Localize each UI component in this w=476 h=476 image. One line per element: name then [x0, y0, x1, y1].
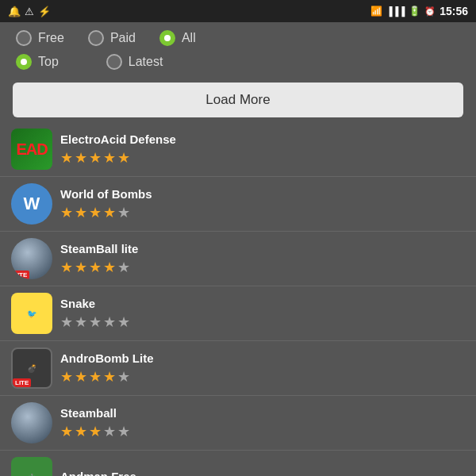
app-list-item[interactable]: WWorld of Bombs★★★★★ — [0, 177, 476, 232]
star-icon: ★ — [103, 423, 116, 440]
app-icon: 💣LITE — [11, 347, 52, 389]
app-info: SteamBall lite★★★★★ — [60, 242, 465, 276]
star-icon: ★ — [60, 423, 73, 440]
radio-all[interactable] — [159, 30, 175, 46]
star-icon: ★ — [103, 313, 116, 331]
star-icon: ★ — [75, 313, 87, 331]
star-icon: ★ — [75, 204, 87, 221]
app-name: Snake — [60, 297, 465, 310]
right-status-icons: 📶 ▐▐▐ 🔋 ⏰ 15:56 — [370, 5, 468, 17]
usb-icon: ⚡ — [38, 6, 51, 17]
app-info: World of Bombs★★★★★ — [60, 187, 465, 221]
load-more-button[interactable]: Load More — [13, 83, 463, 117]
battery-icon: 🔋 — [409, 6, 420, 17]
app-info: Andman Free — [60, 470, 465, 477]
app-name: ElectroAcid Defense — [60, 132, 465, 146]
star-icon: ★ — [89, 313, 102, 331]
filter-free[interactable]: Free — [16, 30, 64, 46]
signal-icon: ▐▐▐ — [386, 6, 405, 16]
star-icon: ★ — [60, 149, 73, 167]
notification-icon: 🔔 — [8, 6, 21, 17]
star-icon: ★ — [103, 204, 116, 221]
status-time: 15:56 — [440, 5, 468, 17]
star-icon: ★ — [103, 368, 116, 386]
star-icon: ★ — [117, 313, 130, 331]
star-icon: ★ — [60, 313, 73, 331]
radio-free[interactable] — [16, 30, 32, 46]
type-filter-row: Free Paid All — [0, 22, 476, 54]
star-icon: ★ — [75, 423, 87, 440]
star-icon: ★ — [60, 259, 73, 276]
clock-icon: ⏰ — [424, 6, 436, 17]
status-icons: 🔔 ⚠ ⚡ — [8, 6, 51, 17]
app-stars: ★★★★★ — [60, 204, 465, 221]
app-icon: 🤖 — [11, 457, 52, 476]
star-icon: ★ — [89, 149, 102, 167]
radio-top[interactable] — [16, 54, 32, 70]
star-icon: ★ — [117, 368, 130, 386]
star-icon: ★ — [89, 259, 102, 276]
app-icon: EAD — [11, 129, 52, 170]
filter-free-label: Free — [38, 31, 64, 45]
sort-latest[interactable]: Latest — [106, 54, 163, 70]
filter-all-label: All — [182, 31, 196, 45]
star-icon: ★ — [75, 149, 87, 167]
wifi-icon: 📶 — [370, 6, 382, 17]
app-name: Andman Free — [60, 470, 465, 477]
star-icon: ★ — [117, 259, 130, 276]
app-list-item[interactable]: 🐦Snake★★★★★ — [0, 286, 476, 341]
lite-badge: LITE — [13, 378, 31, 387]
app-icon: W — [11, 183, 52, 225]
star-icon: ★ — [75, 368, 87, 386]
app-name: Steamball — [60, 406, 465, 420]
filter-paid-label: Paid — [110, 31, 136, 45]
star-icon: ★ — [89, 204, 102, 221]
main-content: Free Paid All Top Latest Load More EADEl… — [0, 22, 476, 476]
radio-latest[interactable] — [106, 54, 122, 70]
star-icon: ★ — [89, 368, 102, 386]
sort-top[interactable]: Top — [16, 54, 59, 70]
app-list-item[interactable]: 💣LITEAndroBomb Lite★★★★★ — [0, 341, 476, 396]
app-stars: ★★★★★ — [60, 149, 465, 167]
app-list-item[interactable]: 🤖Andman Free — [0, 451, 476, 476]
app-icon — [11, 402, 52, 443]
sort-latest-label: Latest — [129, 55, 163, 69]
lite-badge: LITE — [11, 271, 29, 279]
app-list-item[interactable]: EADElectroAcid Defense★★★★★ — [0, 122, 476, 177]
app-info: Snake★★★★★ — [60, 297, 465, 331]
app-list[interactable]: EADElectroAcid Defense★★★★★WWorld of Bom… — [0, 122, 476, 476]
app-info: AndroBomb Lite★★★★★ — [60, 351, 465, 386]
app-info: ElectroAcid Defense★★★★★ — [60, 132, 465, 167]
app-stars: ★★★★★ — [60, 368, 465, 386]
star-icon: ★ — [60, 368, 73, 386]
radio-paid[interactable] — [88, 30, 104, 46]
sort-filter-row: Top Latest — [0, 54, 476, 78]
star-icon: ★ — [75, 259, 87, 276]
alert-icon: ⚠ — [25, 6, 34, 17]
star-icon: ★ — [117, 423, 130, 440]
load-more-container: Load More — [0, 78, 476, 122]
app-stars: ★★★★★ — [60, 259, 465, 276]
app-icon: LITE — [11, 238, 52, 279]
star-icon: ★ — [60, 204, 73, 221]
app-list-item[interactable]: Steamball★★★★★ — [0, 396, 476, 451]
app-list-item[interactable]: LITESteamBall lite★★★★★ — [0, 232, 476, 286]
app-stars: ★★★★★ — [60, 423, 465, 440]
star-icon: ★ — [103, 259, 116, 276]
star-icon: ★ — [89, 423, 102, 440]
status-bar: 🔔 ⚠ ⚡ 📶 ▐▐▐ 🔋 ⏰ 15:56 — [0, 0, 476, 22]
star-icon: ★ — [117, 149, 130, 167]
star-icon: ★ — [117, 204, 130, 221]
app-info: Steamball★★★★★ — [60, 406, 465, 440]
star-icon: ★ — [103, 149, 116, 167]
app-icon: 🐦 — [11, 293, 52, 334]
app-name: World of Bombs — [60, 187, 465, 201]
filter-paid[interactable]: Paid — [88, 30, 136, 46]
filter-all[interactable]: All — [159, 30, 196, 46]
app-stars: ★★★★★ — [60, 313, 465, 331]
app-name: AndroBomb Lite — [60, 351, 465, 365]
sort-top-label: Top — [38, 55, 59, 69]
app-name: SteamBall lite — [60, 242, 465, 255]
